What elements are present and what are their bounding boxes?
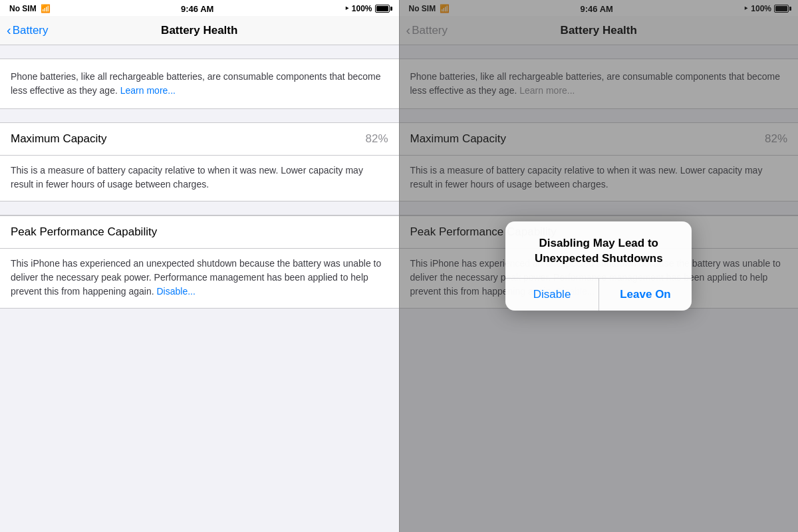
gap-1-left	[0, 109, 399, 122]
back-label-left: Battery	[13, 24, 49, 37]
capacity-label-left: Maximum Capacity	[11, 132, 107, 146]
no-sim-label: No SIM	[9, 4, 37, 13]
info-section-left: Phone batteries, like all rechargeable b…	[0, 59, 399, 109]
left-panel: No SIM 📶 9:46 AM ‣ 100% ‹ Battery Batter…	[0, 0, 399, 532]
back-button-left[interactable]: ‹ Battery	[7, 24, 49, 37]
status-left: No SIM 📶	[9, 4, 51, 13]
gap-2-left	[0, 201, 399, 215]
battery-icon-left	[375, 5, 390, 13]
disable-link-left[interactable]: Disable...	[156, 286, 195, 297]
alert-buttons: Disable Leave On	[505, 278, 692, 311]
right-panel: No SIM 📶 9:46 AM ‣ 100% ‹ Battery Batter…	[400, 0, 799, 532]
leave-on-button[interactable]: Leave On	[599, 279, 692, 311]
alert-title: Disabling May Lead to Unexpected Shutdow…	[519, 236, 678, 267]
content-left: Phone batteries, like all rechargeable b…	[0, 45, 399, 532]
nav-bar-left: ‹ Battery Battery Health	[0, 16, 399, 45]
status-bar-left: No SIM 📶 9:46 AM ‣ 100%	[0, 0, 399, 16]
info-text-left: Phone batteries, like all rechargeable b…	[0, 59, 399, 108]
chevron-left-icon: ‹	[7, 23, 11, 37]
status-time-left: 9:46 AM	[181, 4, 213, 14]
modal-overlay: Disabling May Lead to Unexpected Shutdow…	[400, 0, 799, 532]
status-right-left: ‣ 100%	[344, 4, 390, 13]
capacity-value-left: 82%	[365, 132, 388, 146]
location-icon: ‣	[344, 4, 349, 13]
peak-header-left: Peak Performance Capability	[0, 215, 399, 249]
capacity-desc-left: This is a measure of battery capacity re…	[0, 156, 399, 201]
peak-section-left: Peak Performance Capability This iPhone …	[0, 215, 399, 309]
battery-pct: 100%	[352, 4, 372, 13]
nav-title-left: Battery Health	[161, 24, 237, 37]
disable-button[interactable]: Disable	[505, 279, 599, 311]
wifi-icon: 📶	[41, 4, 51, 13]
capacity-section-left: Maximum Capacity 82% This is a measure o…	[0, 122, 399, 201]
capacity-row-left: Maximum Capacity 82%	[0, 123, 399, 156]
peak-label-left: Peak Performance Capability	[11, 225, 157, 238]
learn-more-link-left[interactable]: Learn more...	[120, 85, 176, 96]
top-spacer-left	[0, 45, 399, 59]
peak-desc-left: This iPhone has experienced an unexpecte…	[0, 249, 399, 308]
alert-dialog: Disabling May Lead to Unexpected Shutdow…	[505, 221, 692, 311]
alert-body: Disabling May Lead to Unexpected Shutdow…	[505, 221, 692, 279]
